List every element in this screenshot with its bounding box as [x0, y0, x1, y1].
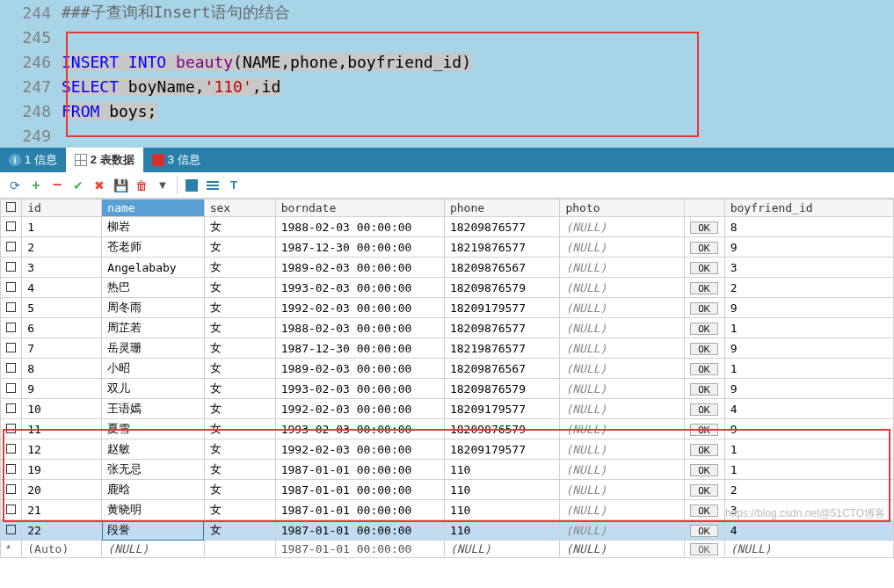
cell-blob-button[interactable]: 0K [685, 541, 725, 558]
refresh-button[interactable]: ⟳ [5, 176, 25, 195]
cell-id[interactable]: 12 [22, 439, 102, 460]
cell-phone[interactable]: 18209876577 [444, 318, 560, 338]
cell-name[interactable]: 苍老师 [102, 237, 204, 258]
cell-sex[interactable]: 女 [204, 520, 275, 541]
data-grid[interactable]: id name sex borndate phone photo boyfrie… [0, 199, 894, 558]
cell-sex[interactable]: 女 [204, 217, 275, 237]
cell-borndate[interactable]: 1987-01-01 00:00:00 [275, 460, 444, 480]
cell-phone[interactable]: 110 [444, 500, 560, 520]
cell-photo[interactable]: (NULL) [560, 480, 685, 500]
cell-sex[interactable]: 女 [204, 278, 275, 298]
cell-phone[interactable]: 110 [444, 460, 560, 480]
cell-id[interactable]: 11 [22, 419, 102, 439]
row-checkbox[interactable] [1, 480, 22, 500]
cell-photo[interactable]: (NULL) [560, 217, 685, 237]
cell-borndate[interactable]: 1993-02-03 00:00:00 [275, 278, 444, 298]
cell-blob-button[interactable]: 0K [685, 278, 725, 298]
cell-phone[interactable]: 18219876577 [444, 237, 560, 258]
row-checkbox[interactable] [1, 439, 22, 460]
cell-id[interactable]: 2 [22, 237, 102, 258]
table-row[interactable]: 19张无忌女1987-01-01 00:00:00110(NULL)0K1 [1, 460, 894, 480]
cell-sex[interactable]: 女 [204, 359, 275, 379]
row-checkbox[interactable] [1, 520, 22, 541]
cell-name[interactable]: 小昭 [102, 359, 204, 379]
row-checkbox[interactable] [1, 399, 22, 419]
cell-blob-button[interactable]: 0K [685, 217, 725, 237]
cell-photo[interactable]: (NULL) [560, 439, 685, 460]
cell-id[interactable]: 21 [22, 500, 102, 520]
table-row[interactable]: 6周芷若女1988-02-03 00:00:0018209876577(NULL… [1, 318, 894, 338]
cell-sex[interactable]: 女 [204, 338, 275, 359]
cell-photo[interactable]: (NULL) [560, 338, 685, 359]
header-photo[interactable]: photo [560, 200, 685, 217]
cell-boyfriend-id[interactable]: 4 [724, 399, 893, 419]
table-row[interactable]: 22段誉女1987-01-01 00:00:00110(NULL)0K4 [1, 520, 894, 541]
cell-photo[interactable]: (NULL) [560, 379, 685, 399]
cell-id[interactable]: 3 [22, 258, 102, 278]
view-grid-button[interactable] [182, 176, 201, 195]
cell-sex[interactable]: 女 [204, 419, 275, 439]
cell-name[interactable]: 夏雪 [102, 419, 204, 439]
cell-blob-button[interactable]: 0K [685, 338, 725, 359]
table-row[interactable]: 7岳灵珊女1987-12-30 00:00:0018219876577(NULL… [1, 338, 894, 359]
remove-row-button[interactable]: − [47, 176, 67, 195]
cell-borndate[interactable]: 1987-01-01 00:00:00 [275, 480, 444, 500]
row-checkbox[interactable] [1, 500, 22, 520]
delete-button[interactable]: 🗑 [132, 176, 151, 195]
row-checkbox[interactable] [1, 359, 22, 379]
cell-boyfriend-id[interactable]: 2 [724, 278, 893, 298]
cell-name[interactable]: 赵敏 [102, 439, 204, 460]
cell-sex[interactable]: 女 [204, 500, 275, 520]
row-checkbox[interactable] [1, 460, 22, 480]
cell-name[interactable]: 鹿晗 [102, 480, 204, 500]
header-boyfriend-id[interactable]: boyfriend_id [724, 200, 893, 217]
cell-name[interactable]: 段誉 [102, 520, 204, 541]
cell-photo[interactable]: (NULL) [560, 520, 685, 541]
cell-boyfriend-id[interactable]: 1 [724, 460, 893, 480]
cell-name[interactable]: 王语嫣 [102, 399, 204, 419]
cell-id[interactable]: (Auto) [22, 541, 102, 558]
tab-info-3[interactable]: 3 信息 [143, 148, 209, 172]
cell-phone[interactable]: 18209179577 [444, 439, 560, 460]
auto-row[interactable]: *(Auto)(NULL)1987-01-01 00:00:00(NULL)(N… [1, 541, 894, 558]
cell-photo[interactable]: (NULL) [560, 258, 685, 278]
cell-name[interactable]: 热巴 [102, 278, 204, 298]
cell-borndate[interactable]: 1987-01-01 00:00:00 [275, 541, 444, 558]
cell-borndate[interactable]: 1987-12-30 00:00:00 [275, 338, 444, 359]
cell-blob-button[interactable]: 0K [685, 359, 725, 379]
cell-photo[interactable]: (NULL) [560, 318, 685, 338]
cell-name[interactable]: 周冬雨 [102, 298, 204, 318]
row-checkbox[interactable] [1, 258, 22, 278]
cell-name[interactable]: 岳灵珊 [102, 338, 204, 359]
cell-blob-button[interactable]: 0K [685, 500, 725, 520]
cell-id[interactable]: 19 [22, 460, 102, 480]
cell-blob-button[interactable]: 0K [685, 399, 725, 419]
header-phone[interactable]: phone [444, 200, 560, 217]
cell-id[interactable]: 8 [22, 359, 102, 379]
cell-borndate[interactable]: 1992-02-03 00:00:00 [275, 298, 444, 318]
cancel-button[interactable]: ✖ [90, 176, 109, 195]
row-checkbox[interactable] [1, 217, 22, 237]
cell-sex[interactable]: 女 [204, 480, 275, 500]
cell-id[interactable]: 5 [22, 298, 102, 318]
view-text-button[interactable]: T [224, 176, 243, 195]
cell-blob-button[interactable]: 0K [685, 480, 725, 500]
cell-boyfriend-id[interactable]: 2 [724, 480, 893, 500]
cell-blob-button[interactable]: 0K [685, 520, 725, 541]
code-line[interactable]: ###子查询和Insert语句的结合 [62, 2, 894, 23]
cell-borndate[interactable]: 1989-02-03 00:00:00 [275, 258, 444, 278]
cell-phone[interactable]: 18209876579 [444, 379, 560, 399]
cell-borndate[interactable]: 1987-01-01 00:00:00 [275, 500, 444, 520]
cell-name[interactable]: 张无忌 [102, 460, 204, 480]
cell-photo[interactable]: (NULL) [560, 298, 685, 318]
cell-phone[interactable]: 18209876577 [444, 217, 560, 237]
cell-sex[interactable]: 女 [204, 258, 275, 278]
cell-id[interactable]: 9 [22, 379, 102, 399]
code-editor[interactable]: 244###子查询和Insert语句的结合245246INSERT INTO b… [0, 0, 894, 148]
row-checkbox[interactable] [1, 298, 22, 318]
cell-boyfriend-id[interactable]: 9 [724, 379, 893, 399]
cell-phone[interactable]: 18219876577 [444, 338, 560, 359]
cell-id[interactable]: 4 [22, 278, 102, 298]
table-row[interactable]: 11夏雪女1993-02-03 00:00:0018209876579(NULL… [1, 419, 894, 439]
cell-borndate[interactable]: 1987-12-30 00:00:00 [275, 237, 444, 258]
